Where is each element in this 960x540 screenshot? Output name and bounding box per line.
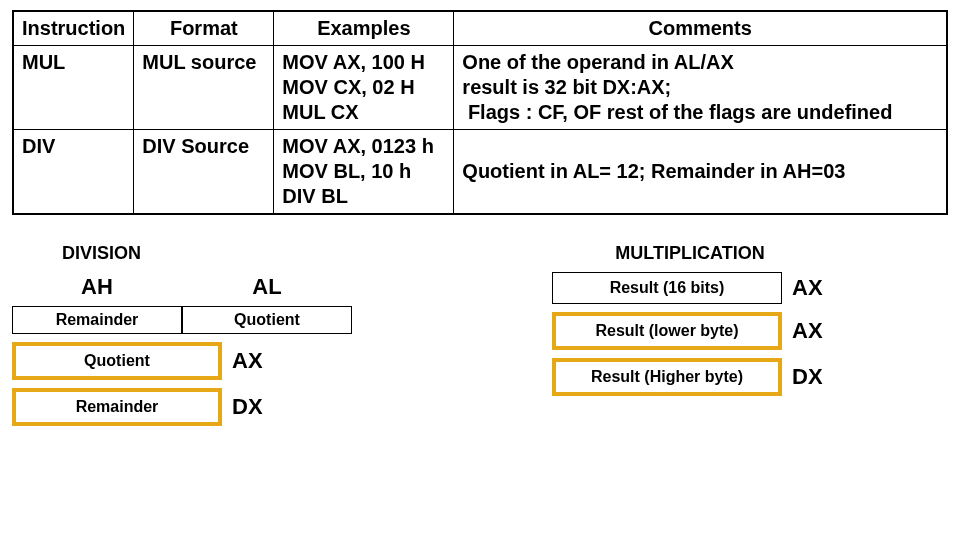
- reg-al: AL: [182, 270, 352, 304]
- box-remainder: Remainder: [12, 306, 182, 334]
- multiplication-title: MULTIPLICATION: [432, 243, 948, 264]
- cell-format: DIV Source: [134, 130, 274, 215]
- instruction-table: Instruction Format Examples Comments MUL…: [12, 10, 948, 215]
- box-quotient: Quotient: [182, 306, 352, 334]
- quotient-box: Quotient: [12, 342, 222, 380]
- col-instruction: Instruction: [13, 11, 134, 46]
- result-higher-reg: DX: [792, 364, 832, 390]
- cell-instr: DIV: [13, 130, 134, 215]
- result16-box: Result (16 bits): [552, 272, 782, 304]
- multiplication-section: MULTIPLICATION Result (16 bits) AX Resul…: [432, 243, 948, 426]
- division-box-pair: Remainder Quotient: [12, 306, 352, 334]
- cell-comments: Quotient in AL= 12; Remainder in AH=03: [454, 130, 947, 215]
- result-lower-box: Result (lower byte): [552, 312, 782, 350]
- table-row: MUL MUL source MOV AX, 100 H MOV CX, 02 …: [13, 46, 947, 130]
- cell-format: MUL source: [134, 46, 274, 130]
- table-header-row: Instruction Format Examples Comments: [13, 11, 947, 46]
- division-title: DIVISION: [12, 243, 352, 264]
- result-higher-box: Result (Higher byte): [552, 358, 782, 396]
- mult-higher-row: Result (Higher byte) DX: [552, 358, 948, 396]
- col-format: Format: [134, 11, 274, 46]
- table-row: DIV DIV Source MOV AX, 0123 h MOV BL, 10…: [13, 130, 947, 215]
- col-comments: Comments: [454, 11, 947, 46]
- reg-ah: AH: [12, 270, 182, 304]
- result16-reg: AX: [792, 275, 832, 301]
- mult-result16-row: Result (16 bits) AX: [552, 272, 948, 304]
- result-lower-reg: AX: [792, 318, 832, 344]
- division-reg-pair: AH AL: [12, 270, 352, 304]
- division-remainder-row: Remainder DX: [12, 388, 352, 426]
- cell-examples: MOV AX, 100 H MOV CX, 02 H MUL CX: [274, 46, 454, 130]
- cell-instr: MUL: [13, 46, 134, 130]
- division-quotient-row: Quotient AX: [12, 342, 352, 380]
- quotient-reg: AX: [232, 348, 272, 374]
- col-examples: Examples: [274, 11, 454, 46]
- remainder-reg: DX: [232, 394, 272, 420]
- remainder-box: Remainder: [12, 388, 222, 426]
- cell-comments: One of the operand in AL/AX result is 32…: [454, 46, 947, 130]
- cell-examples: MOV AX, 0123 h MOV BL, 10 h DIV BL: [274, 130, 454, 215]
- mult-lower-row: Result (lower byte) AX: [552, 312, 948, 350]
- division-section: DIVISION AH AL Remainder Quotient Quotie…: [12, 243, 352, 426]
